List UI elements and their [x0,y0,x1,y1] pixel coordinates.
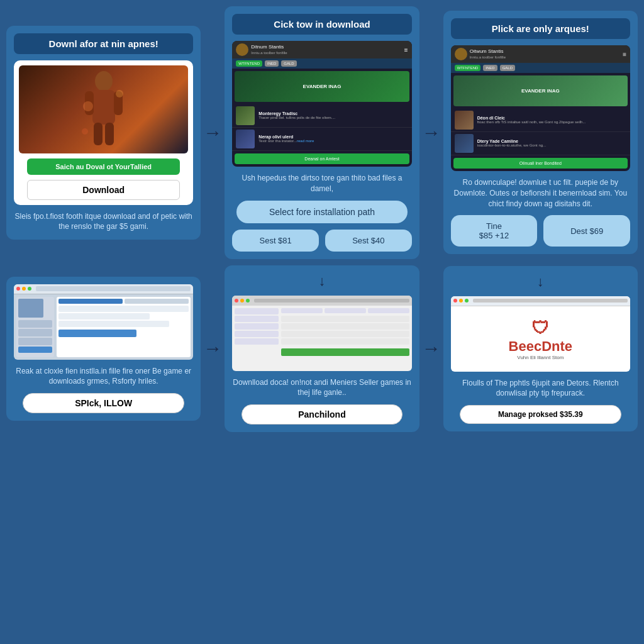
dot-red-2 [235,299,238,303]
mobile-list-item-4: Dtery Yade Camline txacdintor-bon-to-to.… [451,132,630,155]
mobile-bottom-btn-1[interactable]: Deanal on Amtest [235,153,409,164]
mobile-title-1: Ditnum StantisInntu.a toolber fonfille [251,44,401,55]
dot-red-3 [453,299,457,303]
installer-left-1 [235,308,279,314]
mobile-item-img-4 [455,134,474,153]
sidebar-img [18,299,43,318]
mobile-list-item-3: Déon dl Cleic ftoac then ofb TiS intialt… [451,109,630,132]
mobile-top-bar-2: Oitwum StantisInntu.a toolber fonfille ≡ [451,45,630,63]
arrow-1-2: → [201,122,225,143]
bottom-card-3: ↓ 🛡 BeecDnte Vuhn Eli Illannt Stom Floul… [443,266,638,432]
installer-btn [281,348,409,356]
desktop-main-item-2 [58,313,150,319]
top-card-3-desc: Ro downculape! downlue t uc filt. puepie… [451,177,630,209]
top-card-1-header: Downl afor at nin apnes! [14,33,193,54]
installer-content [232,306,411,371]
price-btn-3[interactable]: Tine $85 +12 [451,215,538,247]
installer-screenshot [232,296,411,371]
mobile-avatar-1 [236,43,248,56]
beec-content: 🛡 BeecDnte Vuhn Eli Illannt Stom [451,306,630,372]
install-path-button[interactable]: Select fore installation path [236,201,407,223]
beec-top-bar [451,296,630,306]
mobile-list-item-2: Nerap olivi ulerd Textr stor tha instato… [232,128,411,151]
mobile-banner-2: EVANDER INAG [453,75,628,106]
desktop-main-1 [57,297,191,357]
price-row-2: Tine $85 +12 Dest $69 [451,215,630,247]
installer-right-3 [281,331,409,337]
top-card-1-image-container: Saich au Doval ot YourTallied Download [14,60,193,205]
mobile-item-desc-1: Ttacer pirat del. tullins polis de de fi… [258,116,408,120]
download-button[interactable]: Download [27,180,179,200]
mobile-nav-bar-2: WTFNTEND INED GALD [451,63,630,73]
bottom-card-2-desc: Downlload doca! on!not andi Meniers Sell… [232,377,411,399]
dot-red-1 [16,287,20,291]
arrow-2-3: → [419,122,443,143]
beec-logo-text: BeecDnte [509,338,572,355]
url-bar-3 [473,299,628,303]
mobile-item-title-4: Dtery Yade Camline [477,139,626,143]
mobile-nav-bar-1: WTFNTEND INED GALD [232,58,411,69]
dot-yellow-2 [240,299,244,303]
top-card-1: Downl afor at nin apnes! Saich au Dova [6,26,201,240]
installer-right-1 [281,316,409,322]
top-card-3: Plick are only arques! Oitwum StantisInn… [443,11,638,254]
installer-right-2 [281,323,409,330]
inst-h1 [281,308,323,313]
manage-button[interactable]: Manage proksed $35.39 [460,405,621,424]
installer-left-3 [235,323,279,330]
svg-point-6 [83,101,93,111]
mobile-item-text-4: Dtery Yade Camline txacdintor-bon-to-to.… [477,139,626,148]
desktop-screenshot-1 [14,284,193,360]
desktop-main-btn-1 [58,330,136,337]
warrior-svg [79,69,129,150]
mobile-bottom-btn-2[interactable]: Olinuall Iner Bondited [453,158,628,169]
svg-point-8 [82,128,88,135]
mobile-menu-icon-1: ≡ [404,47,408,53]
mobile-item-desc-2: Textr stor tha instator...read more [258,139,408,143]
panchilond-button[interactable]: Panchilond [242,404,403,425]
installer-left-4 [235,331,279,337]
beec-logo-icon: 🛡 [531,318,549,338]
mobile-screenshot-1: Ditnum StantisInntu.a toolber fonfille ≡… [232,41,411,167]
desktop-header-2 [125,299,189,304]
mobile-avatar-2 [455,48,467,60]
sidebar-btn [18,347,52,353]
mobile-item-text-1: Monteregy Tradisc Ttacer pirat del. tull… [258,111,408,120]
sidebar-item-3 [18,338,52,345]
url-bar-2 [254,299,409,303]
desktop-main-item-3 [58,321,169,327]
arrow-5-6: → [419,338,443,359]
mobile-screenshot-2: Oitwum StantisInntu.a toolber fonfille ≡… [451,45,630,171]
desktop-sidebar-1 [16,297,54,357]
beec-screenshot: 🛡 BeecDnte Vuhn Eli Illannt Stom [451,296,630,372]
price-btn-4[interactable]: Dest $69 [543,215,630,247]
bottom-card-2: ↓ [225,265,419,433]
beec-subtitle: Vuhn Eli Illannt Stom [517,355,564,360]
dot-green-1 [28,287,31,291]
saich-button[interactable]: Saich au Doval ot YourTallied [27,158,179,175]
mobile-item-img-3 [455,111,474,130]
svg-point-7 [116,90,123,97]
download-arrow-2: ↓ [537,274,544,290]
mobile-item-title-2: Nerap olivi ulerd [258,135,408,139]
mobile-nav-btn-1: WTFNTEND [236,60,262,67]
installer-left-2 [235,316,279,322]
mobile-top-bar-1: Ditnum StantisInntu.a toolber fonfille ≡ [232,41,411,58]
mobile-item-title-3: Déon dl Cleic [477,116,626,120]
mobile-banner-1: EVANDER INAG [235,71,409,102]
mobile-item-desc-4: txacdintor-bon-to-to.atuthe, we Gont ng.… [477,143,626,148]
mobile-item-title-1: Monteregy Tradisc [258,111,408,116]
spick-button[interactable]: SPIck, ILLOW [23,393,184,413]
mobile-title-2: Oitwum StantisInntu.a toolber fonfille [470,48,621,60]
inst-h2 [325,308,366,313]
price-btn-2[interactable]: Sest $40 [325,230,412,252]
download-arrow-1: ↓ [318,273,325,289]
installer-left [235,308,279,369]
dot-green-3 [465,299,469,303]
price-btn-1[interactable]: Sest $81 [232,230,319,252]
svg-point-0 [95,71,113,91]
game-image [19,65,188,153]
desktop-top-bar-1 [14,284,193,294]
price-row-1: Sest $81 Sest $40 [232,230,411,252]
installer-header-row [281,308,409,313]
